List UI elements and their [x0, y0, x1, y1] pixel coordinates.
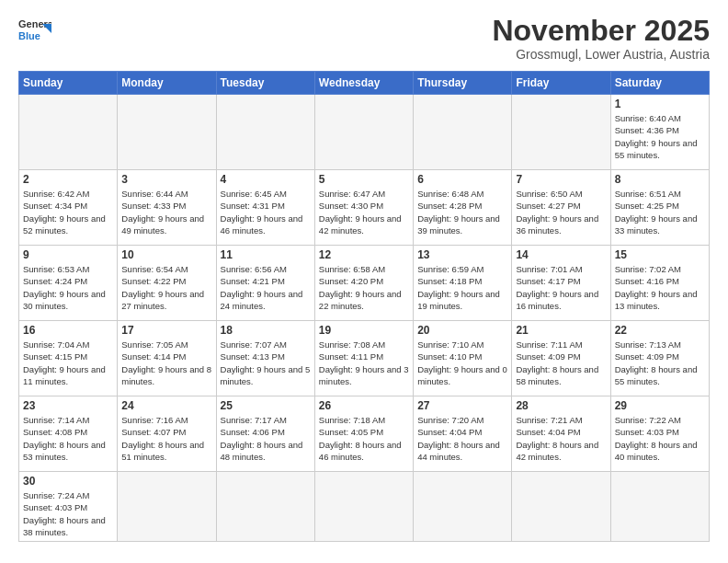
calendar-day [512, 472, 610, 542]
calendar-day: 22Sunrise: 7:13 AM Sunset: 4:09 PM Dayli… [610, 321, 709, 396]
calendar-day: 18Sunrise: 7:07 AM Sunset: 4:13 PM Dayli… [216, 321, 314, 396]
day-number: 1 [615, 98, 705, 110]
day-number: 20 [417, 324, 507, 337]
day-number: 23 [23, 399, 113, 412]
day-info: Sunrise: 6:56 AM Sunset: 4:21 PM Dayligh… [221, 263, 311, 312]
day-info: Sunrise: 7:24 AM Sunset: 4:03 PM Dayligh… [23, 489, 113, 538]
day-info: Sunrise: 7:17 AM Sunset: 4:06 PM Dayligh… [221, 414, 311, 463]
logo: General Blue [18, 15, 51, 44]
page-header: General Blue November 2025 Grossmugl, Lo… [18, 15, 710, 62]
weekday-header-wednesday: Wednesday [314, 72, 413, 95]
day-info: Sunrise: 6:50 AM Sunset: 4:27 PM Dayligh… [516, 188, 606, 236]
day-number: 3 [121, 173, 211, 186]
weekday-header-tuesday: Tuesday [216, 72, 314, 95]
calendar-day [414, 472, 512, 542]
calendar-day: 20Sunrise: 7:10 AM Sunset: 4:10 PM Dayli… [414, 321, 512, 396]
calendar-day [19, 95, 118, 170]
calendar-day: 13Sunrise: 6:59 AM Sunset: 4:18 PM Dayli… [414, 246, 512, 321]
day-number: 11 [221, 248, 311, 261]
day-info: Sunrise: 7:05 AM Sunset: 4:14 PM Dayligh… [121, 339, 211, 387]
day-number: 5 [319, 173, 409, 186]
calendar-day: 29Sunrise: 7:22 AM Sunset: 4:03 PM Dayli… [610, 396, 709, 472]
day-number: 4 [221, 173, 311, 186]
location-subtitle: Grossmugl, Lower Austria, Austria [492, 47, 710, 62]
day-info: Sunrise: 6:58 AM Sunset: 4:20 PM Dayligh… [319, 263, 409, 312]
day-number: 25 [221, 399, 311, 412]
calendar-day: 7Sunrise: 6:50 AM Sunset: 4:27 PM Daylig… [512, 170, 610, 246]
weekday-header-thursday: Thursday [414, 72, 512, 95]
calendar-day: 14Sunrise: 7:01 AM Sunset: 4:17 PM Dayli… [512, 246, 610, 321]
calendar-day [216, 472, 314, 542]
day-info: Sunrise: 7:18 AM Sunset: 4:05 PM Dayligh… [319, 414, 409, 463]
day-info: Sunrise: 7:02 AM Sunset: 4:16 PM Dayligh… [615, 263, 705, 312]
month-title: November 2025 [492, 15, 710, 47]
day-number: 8 [615, 173, 705, 186]
day-info: Sunrise: 7:16 AM Sunset: 4:07 PM Dayligh… [121, 414, 211, 463]
day-number: 30 [23, 475, 113, 488]
calendar-day [414, 95, 512, 170]
calendar-week-4: 16Sunrise: 7:04 AM Sunset: 4:15 PM Dayli… [19, 321, 710, 396]
day-number: 12 [319, 248, 409, 261]
calendar-day: 8Sunrise: 6:51 AM Sunset: 4:25 PM Daylig… [610, 170, 709, 246]
calendar-day: 27Sunrise: 7:20 AM Sunset: 4:04 PM Dayli… [414, 396, 512, 472]
day-number: 2 [23, 173, 113, 186]
calendar-day: 12Sunrise: 6:58 AM Sunset: 4:20 PM Dayli… [314, 246, 413, 321]
day-info: Sunrise: 7:20 AM Sunset: 4:04 PM Dayligh… [417, 414, 507, 463]
day-number: 21 [516, 324, 606, 337]
day-number: 28 [516, 399, 606, 412]
calendar-day: 25Sunrise: 7:17 AM Sunset: 4:06 PM Dayli… [216, 396, 314, 472]
day-number: 15 [615, 248, 705, 261]
calendar-day: 6Sunrise: 6:48 AM Sunset: 4:28 PM Daylig… [414, 170, 512, 246]
day-info: Sunrise: 7:04 AM Sunset: 4:15 PM Dayligh… [23, 339, 113, 387]
calendar-week-2: 2Sunrise: 6:42 AM Sunset: 4:34 PM Daylig… [19, 170, 710, 246]
calendar-day: 28Sunrise: 7:21 AM Sunset: 4:04 PM Dayli… [512, 396, 610, 472]
calendar-day: 11Sunrise: 6:56 AM Sunset: 4:21 PM Dayli… [216, 246, 314, 321]
weekday-header-row: SundayMondayTuesdayWednesdayThursdayFrid… [19, 72, 710, 95]
calendar-day: 26Sunrise: 7:18 AM Sunset: 4:05 PM Dayli… [314, 396, 413, 472]
day-info: Sunrise: 7:22 AM Sunset: 4:03 PM Dayligh… [615, 414, 705, 463]
calendar-day [314, 472, 413, 542]
calendar-day [314, 95, 413, 170]
day-info: Sunrise: 7:11 AM Sunset: 4:09 PM Dayligh… [516, 339, 606, 387]
day-number: 29 [615, 399, 705, 412]
calendar-day: 30Sunrise: 7:24 AM Sunset: 4:03 PM Dayli… [19, 472, 118, 542]
day-info: Sunrise: 6:59 AM Sunset: 4:18 PM Dayligh… [417, 263, 507, 312]
day-number: 14 [516, 248, 606, 261]
calendar-week-6: 30Sunrise: 7:24 AM Sunset: 4:03 PM Dayli… [19, 472, 710, 542]
calendar-day: 3Sunrise: 6:44 AM Sunset: 4:33 PM Daylig… [118, 170, 216, 246]
calendar-day [216, 95, 314, 170]
weekday-header-sunday: Sunday [19, 72, 118, 95]
day-info: Sunrise: 6:54 AM Sunset: 4:22 PM Dayligh… [121, 263, 211, 312]
day-info: Sunrise: 6:40 AM Sunset: 4:36 PM Dayligh… [615, 112, 705, 161]
calendar-day: 2Sunrise: 6:42 AM Sunset: 4:34 PM Daylig… [19, 170, 118, 246]
calendar-day: 21Sunrise: 7:11 AM Sunset: 4:09 PM Dayli… [512, 321, 610, 396]
calendar-day [512, 95, 610, 170]
day-number: 6 [417, 173, 507, 186]
calendar-day: 5Sunrise: 6:47 AM Sunset: 4:30 PM Daylig… [314, 170, 413, 246]
calendar-week-3: 9Sunrise: 6:53 AM Sunset: 4:24 PM Daylig… [19, 246, 710, 321]
day-number: 22 [615, 324, 705, 337]
svg-text:Blue: Blue [18, 30, 40, 41]
day-info: Sunrise: 7:21 AM Sunset: 4:04 PM Dayligh… [516, 414, 606, 463]
calendar-day: 10Sunrise: 6:54 AM Sunset: 4:22 PM Dayli… [118, 246, 216, 321]
day-info: Sunrise: 7:07 AM Sunset: 4:13 PM Dayligh… [221, 339, 311, 387]
calendar-day: 4Sunrise: 6:45 AM Sunset: 4:31 PM Daylig… [216, 170, 314, 246]
calendar-table: SundayMondayTuesdayWednesdayThursdayFrid… [18, 71, 710, 542]
day-number: 9 [23, 248, 113, 261]
title-block: November 2025 Grossmugl, Lower Austria, … [492, 15, 710, 62]
day-info: Sunrise: 6:45 AM Sunset: 4:31 PM Dayligh… [221, 188, 311, 236]
day-info: Sunrise: 6:44 AM Sunset: 4:33 PM Dayligh… [121, 188, 211, 236]
weekday-header-friday: Friday [512, 72, 610, 95]
calendar-day: 9Sunrise: 6:53 AM Sunset: 4:24 PM Daylig… [19, 246, 118, 321]
weekday-header-saturday: Saturday [610, 72, 709, 95]
day-number: 26 [319, 399, 409, 412]
day-info: Sunrise: 7:14 AM Sunset: 4:08 PM Dayligh… [23, 414, 113, 463]
day-number: 16 [23, 324, 113, 337]
day-info: Sunrise: 6:48 AM Sunset: 4:28 PM Dayligh… [417, 188, 507, 236]
day-info: Sunrise: 7:01 AM Sunset: 4:17 PM Dayligh… [516, 263, 606, 312]
day-number: 13 [417, 248, 507, 261]
day-number: 10 [121, 248, 211, 261]
logo-icon: General Blue [18, 15, 51, 44]
calendar-day: 23Sunrise: 7:14 AM Sunset: 4:08 PM Dayli… [19, 396, 118, 472]
calendar-day: 16Sunrise: 7:04 AM Sunset: 4:15 PM Dayli… [19, 321, 118, 396]
